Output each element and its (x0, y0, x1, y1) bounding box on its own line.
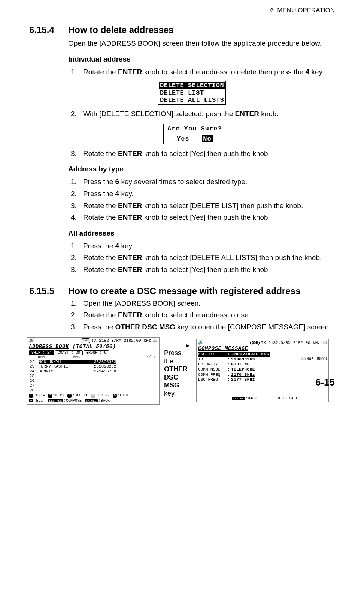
field-row: COMM FREQ: 2170.0kHz (198, 372, 327, 377)
section-number: 6.15.5 (29, 286, 68, 296)
footer-back: CANCEL:BACK (232, 396, 257, 401)
total-count: (TOTAL 50/50) (73, 344, 116, 350)
ssb-badge: SSB (81, 338, 90, 343)
field-row: COMM MODE:TELEPHONE (198, 367, 327, 372)
section-title: How to delete addresses (68, 25, 173, 35)
step: Open the [ADDRESS BOOK] screen. (79, 298, 335, 308)
arrow-label: Press the OTHER DSC MSG key. (164, 344, 192, 398)
compose-message-screen: 🔊 SSB TX 2182.0/RX 2182.00 kHz 📖 COMPOSE… (196, 339, 329, 402)
footer-go: GO TO CALL (276, 396, 298, 401)
list-row: 23:FERRY KASHII282828282 (29, 364, 158, 369)
ssb-badge: SSB (250, 340, 259, 345)
freq-text: TX 2182.0/RX 2182.00 kHz (261, 340, 320, 345)
arrow-icon (164, 344, 192, 348)
field-row: DSC FREQ: 2177.0kHz (198, 377, 327, 382)
section-title: How to create a DSC message with registe… (68, 286, 300, 296)
address-book-screen: 🔊 SSB TX 2182.0/RX 2182.00 kHz 📖 ADDRESS… (27, 337, 160, 405)
page-number: 6-15 (315, 376, 335, 388)
step: Rotate the ENTER knob to select [Yes] th… (79, 265, 335, 274)
tab-group: GROUP : 6 (84, 350, 109, 355)
intro-text: Open the [ADDRESS BOOK] screen then foll… (68, 39, 335, 48)
screen-title: ADDRESS BOOK (29, 344, 69, 350)
confirm-question: Are You Sure? (167, 125, 222, 132)
step: Rotate the ENTER knob to select [Yes] th… (79, 149, 335, 159)
step: Press the OTHER DSC MSG key to open the … (79, 322, 335, 332)
step: Rotate the ENTER knob to select the addr… (79, 310, 335, 320)
step: With [DELETE SELECTION] selected, push t… (79, 109, 335, 119)
confirm-dialog: Are You Sure? Yes No (163, 124, 226, 144)
freq-text: TX 2182.0/RX 2182.00 kHz (92, 338, 151, 343)
col-mmsi: MMSI (73, 355, 82, 360)
menu-item: DELETE LIST (159, 89, 225, 97)
book-icon: 📖 (301, 357, 306, 362)
menu-item: DELETE ALL LISTS (159, 96, 225, 104)
list-row: 25: (29, 374, 158, 378)
page-indicator: 4/ 4 (146, 355, 158, 360)
field-row: MSG TYPE:INDIVIDUAL MSG (198, 352, 327, 357)
step: Rotate the ENTER knob to select [Yes] th… (79, 213, 335, 222)
speaker-icon: 🔊 (29, 338, 34, 344)
step: Rotate the ENTER knob to select the addr… (79, 67, 335, 77)
screen-title: COMPOSE MESSAGE (198, 345, 327, 351)
step: Press the 4 key. (79, 241, 335, 251)
section-number: 6.15.4 (29, 25, 68, 35)
tab-ship: SHIP : 24 (29, 350, 54, 355)
list-row-selected: 22:N06 HNKYU363636363 (29, 360, 158, 364)
step: Press the 4 key. (79, 189, 335, 199)
delete-menu: DELETE SELECTION DELETE LIST DELETE ALL … (158, 81, 226, 105)
list-row: 27: (29, 383, 158, 388)
step: Press the 6 key several times to select … (79, 177, 335, 187)
field-row: PRIORITY:ROUTINE (198, 362, 327, 367)
field-row: TO:363636363 📖N06 HNKYU (198, 357, 327, 362)
list-row: 26: (29, 378, 158, 383)
list-row: 28: (29, 388, 158, 393)
menu-selected: DELETE SELECTION (159, 82, 225, 89)
subheading-individual: Individual address (68, 55, 335, 63)
subheading-by-type: Address by type (68, 165, 335, 173)
confirm-yes: Yes (177, 135, 189, 142)
confirm-no-selected: No (202, 135, 212, 142)
step: Rotate the ENTER knob to select [DELETE … (79, 201, 335, 211)
tab-coast: COAST : 20 (55, 350, 83, 355)
book-icon: 📖 (322, 340, 327, 345)
col-name: NAME (38, 355, 47, 360)
subheading-all: All addresses (68, 229, 335, 237)
speaker-icon: 🔊 (198, 340, 204, 345)
book-icon: 📖 (152, 338, 158, 343)
list-row: 24:SUNRISE123456789 (29, 369, 158, 374)
step: Rotate the ENTER knob to select [DELETE … (79, 253, 335, 262)
chapter-header: 6. MENU OPERATION (29, 7, 335, 14)
